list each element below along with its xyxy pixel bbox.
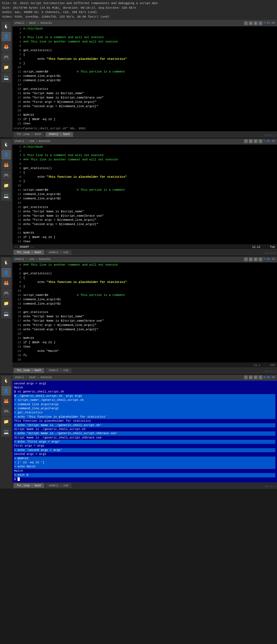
sidebar-icon-game[interactable]: 🎮 xyxy=(1,52,11,62)
line-content: #!/bin/bash xyxy=(23,27,276,31)
code-line: 16echo "Script Name is $script_name" xyxy=(14,315,276,319)
panel3-sidebar-icon6[interactable]: 💻 xyxy=(1,309,11,319)
line-content: echo "Script Name is $script_name" xyxy=(23,91,276,96)
panel2-sidebar-icon5[interactable]: 📁 xyxy=(1,181,11,190)
panel2-icon1[interactable]: ⚡ xyxy=(244,139,248,143)
panel1-icon3[interactable]: ◉ xyxy=(254,21,258,25)
line-content xyxy=(23,184,276,188)
panel2-body[interactable]: 1#!/bin/bash23# This line is a comment a… xyxy=(12,144,277,245)
line-number: 2 xyxy=(14,149,21,153)
panel4-sidebar-icon2[interactable]: 👤 xyxy=(1,386,11,396)
line-number: 4 xyxy=(14,263,21,267)
panel3-sidebar-icon1[interactable]: 🐧 xyxy=(1,257,11,267)
panel3-tab1[interactable]: shakil : vim xyxy=(45,368,71,373)
line-content: echo "second args = ${command_line_args2… xyxy=(23,104,276,109)
panel2-tab1[interactable]: shakil : vim xyxy=(45,250,71,255)
line-number: 14 xyxy=(14,201,21,205)
panel3-sidebar-icon5[interactable]: 📁 xyxy=(1,299,11,308)
line-content: script_name=$0 # This portion is a comme… xyxy=(23,188,276,192)
panel1-icon2[interactable]: ▣ xyxy=(249,21,253,25)
sidebar-icon-terminal[interactable]: 💻 xyxy=(1,73,11,82)
panel2-sidebar-icon1[interactable]: 🐧 xyxy=(1,140,11,149)
panel1-body[interactable]: 1#!/bin/bash23# This line is a comment a… xyxy=(12,26,277,131)
line-number: 5 xyxy=(14,44,21,48)
panel3: 🐧 👤 🦊 🎮 📁 💻 shakil : vim — Konsole ⚡ ▣ ◉ xyxy=(0,256,277,374)
line-content: echo "second args = ${command_line_args2… xyxy=(23,222,276,227)
panel3-icon3[interactable]: ◉ xyxy=(254,257,258,261)
panel1-tab0[interactable]: for_loop : bash xyxy=(14,132,44,137)
line-number: 17 xyxy=(14,319,21,323)
line-number: 10 xyxy=(14,289,21,293)
panel3-icon4[interactable]: ✕ xyxy=(259,257,262,261)
panel2-sidebar-icon4[interactable]: 🎮 xyxy=(1,170,11,180)
code-line: 14 xyxy=(14,83,276,87)
panel4-sidebar-icon3[interactable]: 🦊 xyxy=(1,396,11,406)
line-content xyxy=(23,267,276,272)
panel4-sidebar-icon5[interactable]: 📁 xyxy=(1,417,11,427)
panel4-icon1[interactable]: ⚡ xyxy=(244,375,248,379)
line-number: 14 xyxy=(14,306,21,310)
panel3-sidebar-icon4[interactable]: 🎮 xyxy=(1,288,11,298)
panel4-tab1[interactable]: shakil : vim xyxy=(45,483,71,488)
code-line: 20 xyxy=(14,227,276,231)
panel2-icon2[interactable]: ▣ xyxy=(249,139,253,143)
sidebar-icon-fox[interactable]: 🦊 xyxy=(1,42,11,52)
panel4-sidebar-icon1[interactable]: 🐧 xyxy=(1,376,11,385)
line-content: echo "First args = ${command_line_args1}… xyxy=(23,323,276,328)
panel2-sidebar-icon2[interactable]: 👤 xyxy=(1,150,11,160)
line-number: 6 xyxy=(14,48,21,53)
bash-output-line: + command line args1=arg1 xyxy=(14,402,275,407)
panel3-icon1[interactable]: ⚡ xyxy=(244,257,248,261)
line-number: 9 xyxy=(14,61,21,66)
line-content: "generic_shell_script.sh" 30L, 656C xyxy=(23,127,276,131)
code-line: 23then xyxy=(14,345,276,349)
bash-output-line: + script_name=./generic_shell_script.sh xyxy=(14,398,275,402)
panel3-titlebar: shakil : vim — Konsole ⚡ ▣ ◉ ✕ 7:58 AM xyxy=(12,256,277,262)
panel3-body[interactable]: 4### This line is another comment and wi… xyxy=(12,262,277,363)
bash-output-line: Match xyxy=(14,469,275,473)
line-content: echo "First args = ${command_line_args1}… xyxy=(23,218,276,222)
code-line: 26 xyxy=(14,358,276,362)
panel4-tab0[interactable]: for_loop : bash xyxy=(14,483,44,488)
panel2-tab0[interactable]: for_loop : bash xyxy=(14,250,44,255)
panel2-timestamp: 7:55 AM xyxy=(263,140,275,143)
line-content: command_line_args1=$1 xyxy=(23,74,276,78)
panel4-body[interactable]: second args = arg2Match$ vi generic_shel… xyxy=(12,381,277,483)
panel3-sidebar-icon2[interactable]: 👤 xyxy=(1,268,11,278)
panel3-sidebar-icon3[interactable]: 🦊 xyxy=(1,278,11,288)
panel4-sidebar-icon4[interactable]: 🎮 xyxy=(1,407,11,416)
panel3-icon2[interactable]: ▣ xyxy=(249,257,253,261)
sidebar-icon-active[interactable]: 👤 xyxy=(1,32,11,41)
panel2-statusbar: -- INSERT -- 12,12 Top xyxy=(12,245,277,249)
panel2-titlebar: shakil : vim — Konsole ⚡ ▣ ◉ ✕ 7:55 AM xyxy=(12,138,277,144)
panel4-sidebar: 🐧 👤 🦊 🎮 📁 💻 xyxy=(0,375,12,488)
file-info-line1: File: 32. Shell Script Introduction and … xyxy=(2,1,275,6)
panel4-icon4[interactable]: ✕ xyxy=(259,375,262,379)
panel2-icon3[interactable]: ◉ xyxy=(254,139,258,143)
bash-output-line: + get_statistics xyxy=(14,411,275,415)
panel2-sidebar-icon6[interactable]: 💻 xyxy=(1,191,11,201)
line-content: get_statistics xyxy=(23,310,276,315)
panel4-sidebar-icon6[interactable]: 💻 xyxy=(1,427,11,437)
code-line: 13command_line_args2=$2 xyxy=(14,302,276,306)
line-content: { xyxy=(23,276,276,280)
panel1-icon4[interactable]: ✕ xyxy=(259,21,262,25)
panel1-tab1[interactable]: shakil : bash xyxy=(45,132,73,137)
panel4-icon2[interactable]: ▣ xyxy=(249,375,253,379)
sidebar-icon-folder[interactable]: 📁 xyxy=(1,62,11,72)
code-line: 15get_statistics xyxy=(14,310,276,315)
bash-output-line: + NUM=23 xyxy=(14,457,275,461)
code-line: 16echo "Script Name is $script_name" xyxy=(14,210,276,214)
panel1-icon1[interactable]: ⚡ xyxy=(244,21,248,25)
panel2-icon4[interactable]: ✕ xyxy=(259,139,262,143)
panel2-sidebar-icon3[interactable]: 🦊 xyxy=(1,160,11,170)
bash-output-line: + echo 'Script Name is ./generic_shell_s… xyxy=(14,431,275,435)
panel3-tab0[interactable]: for_loop : bash xyxy=(14,368,44,373)
panel4-icon3[interactable]: ◉ xyxy=(254,375,258,379)
code-line: 19echo "second args = ${command_line_arg… xyxy=(14,104,276,109)
code-line: 12command_line_args1=$1 xyxy=(14,192,276,197)
sidebar-icon-penguin[interactable]: 🐧 xyxy=(1,21,11,31)
code-line: 11script_name=$0 # This portion is a com… xyxy=(14,188,276,192)
bash-output-line: + echo 'second args = arg2' xyxy=(14,448,275,452)
bash-output-line: + echo 'This function is placeholder for… xyxy=(14,415,275,419)
